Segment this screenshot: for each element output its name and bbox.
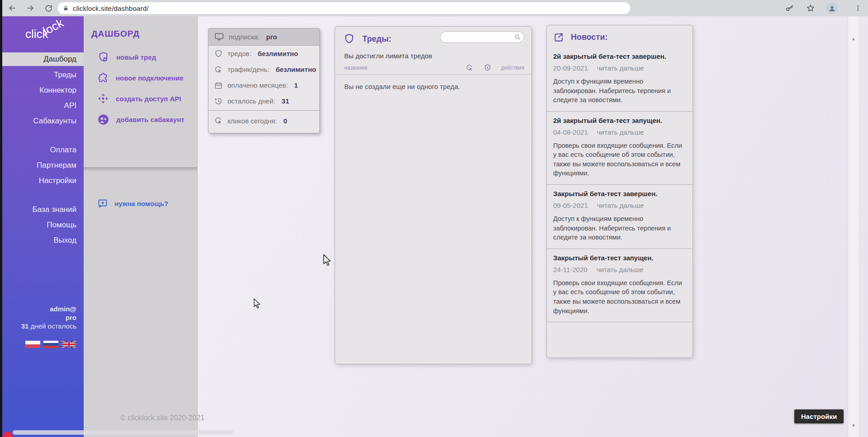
- create-api-access-button[interactable]: создать доступ API: [84, 90, 197, 107]
- news-item: Закрытый бета-тест завершен. 09-05-2021 …: [547, 185, 693, 249]
- threads-search-input[interactable]: [440, 31, 524, 43]
- news-item-title: Закрытый бета-тест запущен.: [553, 254, 686, 262]
- threads-empty-message: Вы не создали еще ни одного треда.: [344, 83, 460, 90]
- read-more-link[interactable]: читать дальше: [597, 266, 644, 273]
- threads-title: Треды:: [362, 34, 391, 44]
- copyright-text: © clicklock.site 2020-2021: [120, 414, 204, 422]
- main-content: подписка:pro тредов:безлимитно трафик/де…: [198, 16, 868, 437]
- news-item: 2й закрытый бета-тест запущен. 04-08-202…: [547, 112, 693, 185]
- threads-search: [440, 31, 524, 43]
- user-info: admin@ pro 31 дней осталось: [21, 305, 76, 330]
- news-panel-header: Новости:: [547, 25, 693, 47]
- horizontal-scrollbar-thumb[interactable]: [13, 430, 233, 435]
- url-text: clicklock.site/dashboard/: [73, 5, 149, 12]
- browser-forward-icon[interactable]: [24, 2, 36, 14]
- sidebar-item-threads[interactable]: Треды: [54, 70, 76, 80]
- subscription-row-clicks-today: кликов сегодня:0: [209, 111, 319, 131]
- column-name-label: название: [344, 65, 368, 71]
- clicklock-logo: clicklock: [25, 27, 69, 41]
- news-item-date: 24-11-2020: [553, 266, 588, 273]
- sidebar-item-api[interactable]: API: [64, 100, 76, 111]
- sidebar-item-payment[interactable]: Оплата: [50, 145, 76, 155]
- read-more-link[interactable]: читать дальше: [597, 202, 644, 209]
- subscription-row-days-left: осталось дней:31: [209, 93, 319, 109]
- sidebar-item-partners[interactable]: Партнерам: [37, 160, 76, 171]
- flag-russia-icon[interactable]: [43, 341, 58, 348]
- threads-panel-header: Треды:: [343, 33, 391, 45]
- external-link-icon: [553, 32, 564, 43]
- sidebar-item-help[interactable]: Помощь: [47, 220, 76, 230]
- calendar-icon: [214, 81, 223, 90]
- browser-menu-icon[interactable]: [852, 2, 864, 14]
- threads-limit-message: Вы достигли лимита тредов: [344, 52, 432, 60]
- need-help-link[interactable]: нужна помощь?: [97, 198, 168, 209]
- threads-table-header: название действия: [335, 64, 531, 75]
- read-more-link[interactable]: читать дальше: [597, 64, 644, 72]
- people-icon: [97, 113, 109, 126]
- shield-icon: [214, 49, 223, 58]
- chat-plus-icon: [97, 198, 108, 209]
- monitor-icon: [214, 32, 224, 42]
- browser-toolbar: clicklock.site/dashboard/: [0, 0, 868, 16]
- shield-icon: [343, 33, 355, 45]
- page-title: ДАШБОРД: [91, 29, 140, 39]
- sidebar-item-dashboard[interactable]: Дашборд: [0, 52, 84, 66]
- language-switcher: [25, 341, 76, 348]
- news-item-body: Проверь свои входящие сообщения. Если у …: [553, 278, 686, 315]
- screen-edge: [0, 0, 2, 437]
- dashboard-actions-panel: ДАШБОРД новый тред новое подключение соз…: [84, 16, 198, 437]
- sidebar-item-connector[interactable]: Коннектор: [39, 85, 76, 96]
- threads-panel: Треды: Вы достигли лимита тредов названи…: [335, 26, 532, 364]
- column-actions-label: действия: [501, 65, 524, 71]
- subscription-row-traffic: трафик/день:безлимитно: [209, 61, 319, 77]
- recording-indicator-dot: [3, 432, 13, 437]
- move-arrows-icon: [97, 93, 109, 104]
- sidebar-item-settings[interactable]: Настройки: [39, 175, 76, 186]
- user-email: admin@: [21, 305, 76, 313]
- bookmark-star-icon[interactable]: [805, 2, 816, 14]
- scroll-up-icon[interactable]: ▲: [848, 34, 859, 42]
- sidebar-item-subaccounts[interactable]: Сабакаунты: [33, 116, 76, 127]
- sidebar-item-logout[interactable]: Выход: [53, 235, 76, 246]
- clock-icon: [214, 97, 223, 106]
- click-icon: [214, 65, 223, 74]
- sidebar-item-knowledge-base[interactable]: База знаний: [33, 204, 76, 215]
- flag-poland-icon[interactable]: [25, 341, 40, 348]
- sidebar: clicklock Дашборд Треды Коннектор API Са…: [0, 16, 84, 437]
- puzzle-icon: [97, 72, 109, 84]
- browser-back-icon[interactable]: [6, 2, 18, 14]
- news-item-date: 04-08-2021: [553, 128, 588, 136]
- password-key-icon[interactable]: [784, 2, 796, 14]
- search-icon: [514, 33, 521, 42]
- news-item: 2й закрытый бета-тест завершен. 20-09-20…: [547, 47, 693, 112]
- news-item-body: Доступ к функциям временно заблокирован.…: [553, 77, 686, 105]
- browser-reload-icon[interactable]: [43, 2, 54, 14]
- news-panel: Новости: 2й закрытый бета-тест завершен.…: [546, 25, 693, 358]
- click-icon: [214, 116, 223, 125]
- subscription-header: подписка:pro: [209, 28, 319, 46]
- flag-uk-icon[interactable]: [62, 341, 76, 348]
- new-connection-button[interactable]: новое подключение: [84, 70, 197, 86]
- news-item-title: 2й закрытый бета-тест завершен.: [553, 52, 686, 60]
- scroll-down-icon[interactable]: ▼: [848, 421, 859, 429]
- address-bar[interactable]: clicklock.site/dashboard/: [57, 2, 630, 14]
- mouse-cursor: [323, 254, 332, 268]
- add-subaccount-button[interactable]: добавить сабакаунт: [84, 111, 197, 127]
- news-item-title: 2й закрытый бета-тест запущен.: [553, 117, 686, 124]
- news-item-title: Закрытый бета-тест завершен.: [553, 190, 686, 197]
- subscription-row-months: оплачено месяцев:1: [209, 77, 319, 93]
- clicks-column-icon: [465, 64, 474, 74]
- news-item: Закрытый бета-тест запущен. 24-11-2020 ч…: [547, 249, 693, 322]
- news-item-date: 09-05-2021: [553, 202, 588, 209]
- profile-avatar[interactable]: [826, 2, 838, 14]
- new-thread-button[interactable]: новый тред: [84, 49, 197, 65]
- read-more-link[interactable]: читать дальше: [597, 128, 644, 136]
- vertical-scrollbar[interactable]: ▲ ▼: [848, 16, 859, 437]
- shield-star-column-icon: [484, 64, 492, 74]
- lock-icon: [63, 5, 69, 12]
- user-days-left: 31 дней осталось: [21, 322, 76, 330]
- user-plan: pro: [21, 313, 76, 322]
- news-item-body: Доступ к функциям временно заблокирован.…: [553, 214, 686, 242]
- shield-plus-icon: [97, 51, 109, 63]
- subscription-row-threads: тредов:безлимитно: [209, 46, 319, 61]
